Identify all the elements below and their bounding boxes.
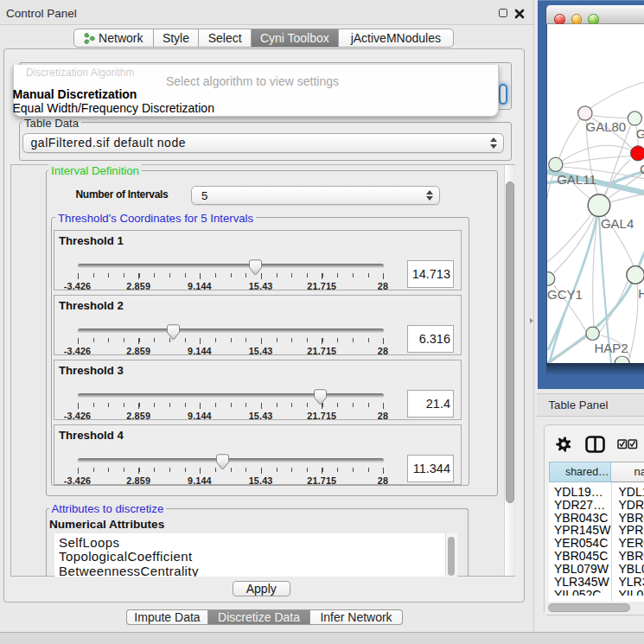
svg-text:HAP4: HAP4 — [638, 286, 644, 301]
svg-text:GAL80: GAL80 — [585, 118, 626, 133]
svg-text:GAL4: GAL4 — [600, 215, 633, 230]
svg-text:CDC6: CDC6 — [639, 161, 644, 175]
svg-text:GAL2: GAL2 — [635, 125, 644, 140]
svg-text:HAP2: HAP2 — [594, 340, 628, 354]
svg-text:GAL11: GAL11 — [557, 171, 596, 186]
svg-text:GCY1: GCY1 — [547, 287, 583, 302]
